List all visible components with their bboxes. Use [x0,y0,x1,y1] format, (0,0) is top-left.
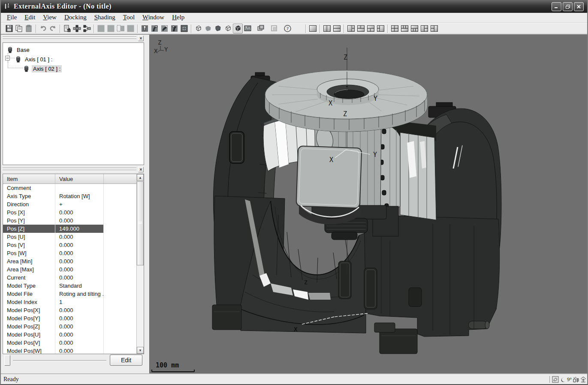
property-row[interactable]: Pos [X]0.000 [3,208,144,217]
placeholder-4-button[interactable] [126,24,136,33]
property-item[interactable]: Pos [Y] [3,217,55,225]
property-scrollbar[interactable]: ▲ ▼ [136,174,144,354]
value-slider-track[interactable] [13,360,106,361]
property-row[interactable]: Model Pos[X]0.000 [3,306,144,314]
layout-2h-button[interactable] [332,24,342,33]
property-item[interactable]: Current [3,274,55,282]
link-tree-button[interactable] [82,24,92,33]
hand-tool-button[interactable] [160,24,169,33]
placeholder-2-button[interactable] [106,24,116,33]
property-value[interactable]: Roting and tilting ... [55,290,104,298]
solid-view-button[interactable] [203,24,213,33]
property-row[interactable]: Model Pos[W]0.000 [3,347,144,354]
property-item[interactable]: Model Pos[X] [3,306,55,314]
property-item[interactable]: Model Pos[Z] [3,322,55,331]
property-value[interactable] [55,184,104,192]
property-row[interactable]: Area [Min]0.000 [3,257,144,265]
shaded-view-button[interactable] [213,24,223,33]
layers-button[interactable] [256,24,266,33]
property-row[interactable]: Model Index1 [3,298,144,306]
property-row[interactable]: Model Pos[Z]0.000 [3,322,144,331]
property-item[interactable]: Model Index [3,298,55,306]
layout-3top-button[interactable] [400,24,410,33]
paste-button[interactable] [24,24,34,33]
menu-file[interactable]: File [3,13,21,22]
shaded-cube-button[interactable] [233,24,243,33]
property-item[interactable]: Model Pos[W] [3,347,55,354]
layout-big-top-button[interactable] [366,24,376,33]
column-item[interactable]: Item [3,174,55,183]
menu-help[interactable]: Help [168,13,188,22]
layout-2v-button[interactable] [322,24,332,33]
property-row[interactable]: Axis TypeRotation [W] [3,192,144,200]
property-value[interactable]: 0.000 [55,257,104,265]
layout-grid4-button[interactable] [390,24,400,33]
layout-big-left-button[interactable] [346,24,356,33]
property-row[interactable]: Pos [W]0.000 [3,249,144,257]
pattern-tool-button[interactable] [179,24,189,33]
placeholder-3-button[interactable] [116,24,126,33]
property-value[interactable]: 0.000 [55,233,104,241]
ime-simplified-icon[interactable] [573,376,579,383]
save-button[interactable] [4,24,14,33]
tree-item-base[interactable]: Base [7,46,31,54]
edit-button[interactable]: Edit [110,355,142,366]
robot-tool-button[interactable] [150,24,160,33]
layout-3left-button[interactable] [419,24,429,33]
tree-panel-grip[interactable]: × [2,35,145,42]
scroll-down-icon[interactable]: ▼ [137,347,144,354]
undo-button[interactable] [38,24,48,33]
transform-disabled-button[interactable] [269,24,279,33]
layout-big-bottom-button[interactable] [356,24,366,33]
property-item[interactable]: Axis Type [3,192,55,200]
property-item[interactable]: Area [Max] [3,265,55,274]
placeholder-1-button[interactable] [96,24,106,33]
property-value[interactable]: 1 [55,298,104,306]
property-item[interactable]: Pos [Z] [3,225,55,233]
property-value[interactable]: Standard [55,282,104,290]
help-button[interactable]: ? [283,24,292,33]
tree-item-axis02[interactable]: Axis [ 02 ] : [24,65,62,72]
property-value[interactable]: 0.000 [55,217,104,225]
property-value[interactable]: 0.000 [55,322,104,331]
close-button[interactable] [574,2,584,11]
property-row[interactable]: Model Pos[Y]0.000 [3,314,144,322]
props-panel-close-icon[interactable]: × [138,167,144,172]
ime-mode-icon[interactable] [560,376,566,383]
copy-button[interactable] [14,24,24,33]
property-row[interactable]: Current0.000 [3,274,144,282]
tree-item-axis01[interactable]: Axis [ 01 ] : [15,56,54,63]
property-value[interactable]: 0.000 [55,339,104,347]
cube-outline-button[interactable] [223,24,233,33]
property-item[interactable]: Model Pos[V] [3,339,55,347]
property-value[interactable]: 0.000 [55,274,104,282]
property-row[interactable]: Model Pos[V]0.000 [3,339,144,347]
menu-shading[interactable]: Shading [90,13,119,22]
viewport-3d[interactable]: Z X Y [150,35,587,374]
props-panel-grip[interactable]: × [2,166,145,173]
render-image-button[interactable] [243,24,253,33]
property-row[interactable]: Comment [3,184,144,192]
property-value[interactable]: 0.000 [55,314,104,322]
property-row[interactable]: Pos [U]0.000 [3,233,144,241]
import-model-button[interactable] [62,24,72,33]
axis-tool-button[interactable] [169,24,179,33]
property-value[interactable]: + [55,200,104,208]
layout-single-button[interactable] [308,24,318,33]
ime-fullwidth-icon[interactable] [580,376,586,383]
property-item[interactable]: Pos [V] [3,241,55,249]
property-item[interactable]: Area [Min] [3,257,55,265]
scroll-up-icon[interactable]: ▲ [137,174,144,181]
property-item[interactable]: Comment [3,184,55,192]
property-value[interactable]: 0.000 [55,331,104,339]
tree-panel-close-icon[interactable]: × [138,36,144,41]
property-value[interactable]: 0.000 [55,208,104,217]
pin-tool-button[interactable] [140,24,150,33]
scrollbar-thumb[interactable] [137,181,144,265]
property-value[interactable]: 0.000 [55,249,104,257]
property-item[interactable]: Model Pos[Y] [3,314,55,322]
property-row[interactable]: Pos [Y]0.000 [3,217,144,225]
tree-expander[interactable] [5,56,10,60]
layout-3right-button[interactable] [429,24,439,33]
layout-3bottom-button[interactable] [410,24,419,33]
